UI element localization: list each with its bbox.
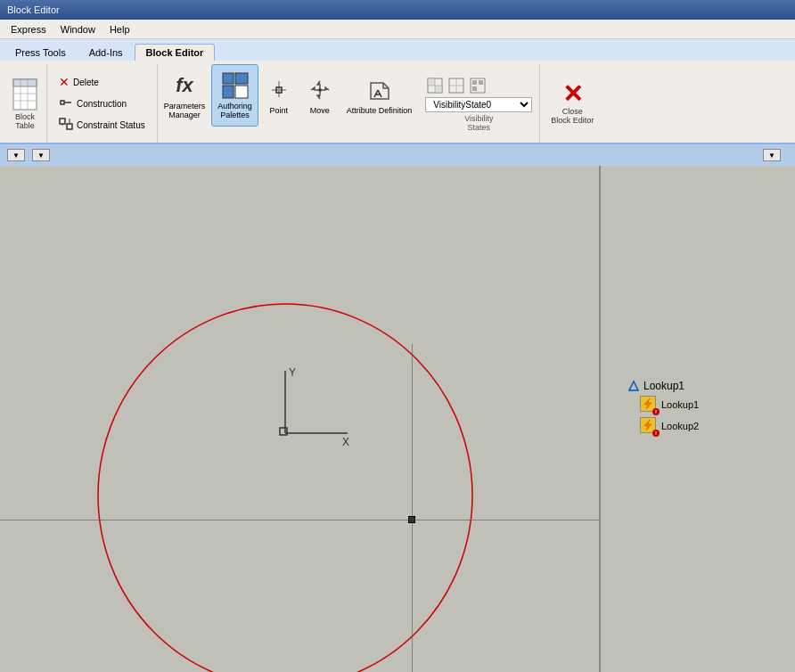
- svg-rect-9: [67, 124, 72, 129]
- constraint-status-button[interactable]: Constraint Status: [53, 115, 152, 135]
- title-bar: Block Editor: [0, 0, 795, 20]
- svg-marker-36: [644, 420, 652, 430]
- tab-block-editor[interactable]: Block Editor: [135, 44, 216, 61]
- close-block-editor-button[interactable]: ✕ Close Block Editor: [540, 64, 604, 143]
- crosshair-dot: [408, 516, 415, 523]
- title-text: Block Editor: [7, 4, 60, 15]
- svg-point-17: [318, 88, 322, 92]
- lookup-lightning-icon-2: !: [640, 417, 658, 435]
- lookup1-triangle-label: Lookup1: [643, 380, 684, 392]
- block-table-group[interactable]: Block Table: [4, 64, 47, 143]
- construction-icon: [59, 95, 73, 112]
- svg-rect-12: [223, 73, 234, 84]
- svg-rect-26: [479, 80, 483, 85]
- svg-marker-34: [629, 381, 638, 390]
- authoring-palettes-icon: [221, 71, 250, 100]
- attribute-definition-icon: [365, 76, 394, 104]
- constraint-icon: [59, 117, 73, 134]
- lookup-container: Lookup1 ! Lookup1 !: [627, 380, 699, 435]
- visibility-states-group: VisibilityState0 VisibilityStates: [418, 64, 540, 143]
- svg-point-28: [98, 304, 472, 672]
- parameters-manager-icon: fx: [170, 71, 199, 100]
- svg-text:X: X: [342, 436, 349, 448]
- tab-add-ins[interactable]: Add-Ins: [78, 44, 135, 61]
- svg-rect-13: [235, 73, 248, 84]
- close-block-editor-label: Close Block Editor: [551, 107, 594, 125]
- expand-button-2[interactable]: ▼: [32, 149, 50, 161]
- vertical-reference-line: [412, 344, 413, 672]
- ribbon-bottom-bar: ▼ ▼ ▼: [0, 144, 795, 166]
- authoring-palettes-button[interactable]: Authoring Palettes: [211, 64, 258, 127]
- visibility-icon-2[interactable]: [447, 76, 466, 95]
- svg-rect-15: [235, 86, 248, 98]
- visibility-icon-1[interactable]: [425, 76, 445, 95]
- move-button[interactable]: Move: [299, 64, 340, 127]
- horizontal-reference-line: [0, 520, 599, 520]
- svg-rect-20: [435, 86, 442, 93]
- menu-express[interactable]: Express: [4, 22, 53, 37]
- visibility-icons: [425, 76, 532, 95]
- menu-bar: Express Window Help: [0, 20, 795, 39]
- delete-button[interactable]: ✕ Delete: [53, 72, 152, 92]
- attribute-definition-button[interactable]: Attribute Definition: [340, 64, 419, 127]
- lookup2-lightning-label: Lookup2: [661, 421, 699, 431]
- visibility-state-select[interactable]: VisibilityState0: [425, 97, 532, 112]
- main-content: Y X Lookup1: [0, 166, 795, 672]
- delete-icon: ✕: [59, 75, 70, 89]
- svg-text:Y: Y: [289, 366, 296, 379]
- visibility-states-label: VisibilityStates: [425, 114, 532, 132]
- menu-window[interactable]: Window: [53, 22, 102, 37]
- ribbon-content: Block Table ✕ Delete Construction Constr…: [0, 61, 795, 143]
- svg-rect-6: [61, 101, 64, 104]
- svg-rect-27: [472, 86, 477, 91]
- block-table-icon: [11, 77, 39, 112]
- menu-help[interactable]: Help: [102, 22, 137, 37]
- lookup1-lightning-label: Lookup1: [661, 399, 699, 410]
- coordinate-axes: Y X: [250, 362, 357, 469]
- tab-press-tools[interactable]: Press Tools: [4, 44, 78, 61]
- parameters-manager-button[interactable]: fx Parameters Manager: [158, 64, 212, 127]
- block-table-label: Block Table: [11, 112, 39, 130]
- close-block-editor-icon: ✕: [562, 82, 583, 107]
- construction-button[interactable]: Construction: [53, 94, 152, 113]
- visibility-icon-3[interactable]: [468, 76, 488, 95]
- expand-button-3[interactable]: ▼: [763, 149, 781, 161]
- right-panel: Lookup1 ! Lookup1 !: [599, 166, 795, 672]
- svg-rect-1: [13, 79, 37, 86]
- lookup-triangle-icon: [627, 380, 640, 392]
- lookup2-lightning-item[interactable]: ! Lookup2: [640, 417, 699, 435]
- lookup1-lightning-item[interactable]: ! Lookup1: [640, 396, 699, 414]
- svg-rect-25: [472, 80, 477, 85]
- svg-marker-35: [644, 398, 652, 409]
- lookup1-triangle-item[interactable]: Lookup1: [627, 380, 699, 392]
- lookup-lightning-icon-1: !: [640, 396, 658, 414]
- point-icon: [265, 76, 293, 104]
- move-icon: [306, 76, 334, 104]
- ribbon: Press Tools Add-Ins Block Editor Block T…: [0, 39, 795, 144]
- svg-rect-19: [428, 78, 435, 86]
- expand-button-1[interactable]: ▼: [7, 149, 25, 161]
- svg-rect-8: [60, 119, 65, 124]
- point-button[interactable]: Point: [258, 64, 299, 127]
- ribbon-tabs: Press Tools Add-Ins Block Editor: [0, 39, 795, 61]
- drawing-canvas[interactable]: Y X: [0, 166, 599, 672]
- svg-rect-14: [223, 86, 234, 98]
- svg-rect-33: [280, 428, 287, 435]
